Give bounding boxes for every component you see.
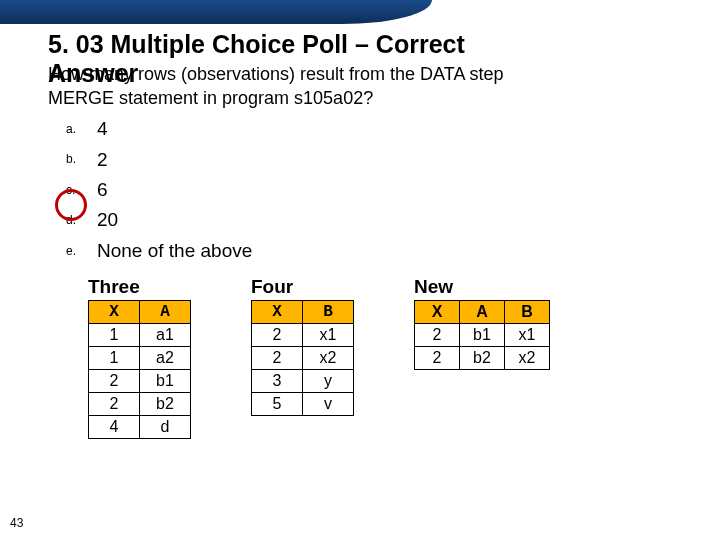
option-e-value: None of the above [97,240,252,261]
table-new-group: New X A B 2 b1 x1 2 b2 x2 [414,276,550,439]
option-c-value: 6 [97,179,108,200]
table-cell: 4 [89,416,140,439]
table-cell: 1 [89,324,140,347]
table-three-header-0: X [89,301,140,324]
page-number: 43 [10,516,23,530]
table-cell: 3 [252,370,303,393]
table-cell: a1 [140,324,191,347]
table-cell: 2 [415,324,460,347]
table-cell: 2 [89,393,140,416]
slide-top-bar [0,0,432,24]
table-four-header-0: X [252,301,303,324]
option-d: d. 20 [66,205,672,235]
title-block: 5. 03 Multiple Choice Poll – Correct Ans… [48,30,672,110]
table-cell: 2 [252,347,303,370]
table-three-group: Three X A 1a1 1a2 2b1 2b2 4d [88,276,191,439]
table-cell: x1 [505,324,550,347]
table-four-name: Four [251,276,354,298]
data-tables-row: Three X A 1a1 1a2 2b1 2b2 4d Four X B [48,276,672,439]
table-cell: v [303,393,354,416]
table-cell: x2 [505,347,550,370]
table-cell: d [140,416,191,439]
table-new-header-0: X [415,301,460,324]
table-three-name: Three [88,276,191,298]
option-a-value: 4 [97,118,108,139]
title-line-1: 5. 03 Multiple Choice Poll – Correct [48,30,465,58]
table-cell: 1 [89,347,140,370]
table-cell: 2 [252,324,303,347]
table-cell: b1 [460,324,505,347]
table-new-header-2: B [505,301,550,324]
table-new-name: New [414,276,550,298]
question-text: How many rows (observations) result from… [48,62,672,111]
option-b-value: 2 [97,149,108,170]
table-four: X B 2x1 2x2 3y 5v [251,300,354,416]
option-b-label: b. [66,150,92,169]
option-a-label: a. [66,120,92,139]
question-line-2: MERGE statement in program s105a02? [48,88,373,108]
table-cell: a2 [140,347,191,370]
answer-options: a. 4 b. 2 c. 6 d. 20 e. None of the abov… [48,114,672,266]
table-three: X A 1a1 1a2 2b1 2b2 4d [88,300,191,439]
option-c: c. 6 [66,175,672,205]
option-d-value: 20 [97,209,118,230]
question-line-1: How many rows (observations) result from… [48,64,503,84]
table-four-header-1: B [303,301,354,324]
table-cell: 2 [89,370,140,393]
table-cell: b1 [140,370,191,393]
table-new: X A B 2 b1 x1 2 b2 x2 [414,300,550,370]
option-e: e. None of the above [66,236,672,266]
table-three-header-1: A [140,301,191,324]
table-cell: b2 [460,347,505,370]
table-cell: x1 [303,324,354,347]
table-four-group: Four X B 2x1 2x2 3y 5v [251,276,354,439]
table-cell: y [303,370,354,393]
table-cell: 2 [415,347,460,370]
table-cell: x2 [303,347,354,370]
table-new-header-1: A [460,301,505,324]
correct-answer-circle [55,189,87,221]
table-cell: b2 [140,393,191,416]
table-cell: 5 [252,393,303,416]
slide-body: 5. 03 Multiple Choice Poll – Correct Ans… [0,24,720,540]
option-a: a. 4 [66,114,672,144]
option-b: b. 2 [66,145,672,175]
option-e-label: e. [66,242,92,261]
